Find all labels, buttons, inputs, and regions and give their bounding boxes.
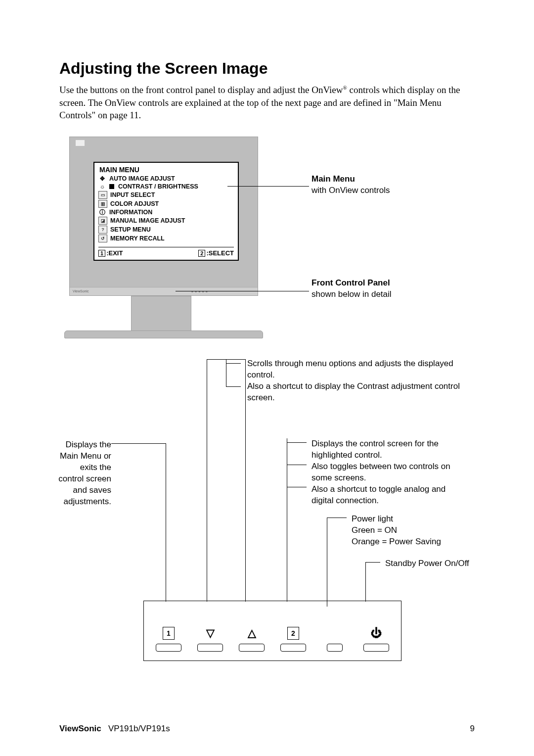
color-icon: ▥ [98,200,107,208]
leader-line [227,186,309,187]
brightness-icon: ☼ [98,183,106,190]
chevron-up-icon: △ [248,627,256,640]
button-power: ⏻ [357,627,396,652]
leader-line [287,465,307,465]
leader-line [111,443,166,444]
osd-item-label: COLOR ADJUST [110,200,159,207]
info-icon: ⓘ [98,209,106,216]
button-key-shape [197,644,223,652]
button2-annotation-l2: Also toggles between two controls on som… [312,461,470,484]
front-panel-annotation-title: Front Control Panel [312,278,392,289]
button1-annotation: Displays the Main Menu or exits the cont… [54,439,111,508]
button-1: 1 [149,627,188,652]
leader-line [176,291,309,291]
monitor-stand-base [64,331,263,338]
leader-line [226,386,241,387]
leader-line [287,487,307,487]
power-light-annotation: Power light Green = ON Orange = Power Sa… [352,514,475,548]
leader-line [327,518,327,607]
button-1-icon: 1 [163,627,175,640]
button-2: 2 [274,627,312,652]
main-menu-annotation-title: Main Menu [312,174,390,185]
leader-line [245,359,246,602]
standby-annotation: Standby Power On/Off [385,558,474,569]
power-icon: ⏻ [371,627,382,640]
button-key-shape [239,644,265,652]
scroll-annotation-line2: Also a shortcut to display the Contrast … [247,381,460,404]
key-2-icon: 2 [198,250,205,257]
power-light-on: Green = ON [352,525,475,536]
button2-annotation-l3: Also a shortcut to toggle analog and dig… [312,484,470,507]
osd-item-label: INFORMATION [109,209,152,216]
setup-icon: ? [98,226,107,234]
bezel-brand: ViewSonic [73,289,89,293]
osd-item-setup-menu: ?SETUP MENU [98,225,234,234]
footer-page-number: 9 [470,724,475,734]
leader-line [365,562,366,602]
button-key-shape [363,644,389,652]
osd-exit-label: :EXIT [106,249,123,257]
footer-model: VP191b/VP191s [108,724,170,733]
button-2-icon: 2 [287,627,299,640]
button-key-shape [280,644,306,652]
osd-item-contrast-brightness: ☼CONTRAST / BRIGHTNESS [98,183,234,190]
osd-item-input-select: ▭INPUT SELECT [98,190,234,199]
osd-item-memory-recall: ↺MEMORY RECALL [98,234,234,243]
osd-item-color-adjust: ▥COLOR ADJUST [98,199,234,208]
osd-item-manual-image-adjust: ◪MANUAL IMAGE ADJUST [98,216,234,225]
osd-item-auto-image-adjust: ✥AUTO IMAGE ADJUST [98,175,234,183]
osd-exit-hint: 1:EXIT [98,249,123,257]
osd-item-label: SETUP MENU [110,226,151,233]
control-panel-diagram: 1 ▽ △ 2 [143,601,401,661]
button-down: ▽ [191,627,229,652]
button2-annotation-l1: Displays the control screen for the high… [312,438,470,461]
osd-indicator-icon [76,140,85,146]
osd-item-label: MEMORY RECALL [110,235,165,242]
osd-title: MAIN MENU [94,163,238,175]
osd-select-label: :SELECT [206,249,234,257]
move-icon: ✥ [98,175,106,182]
monitor-illustration: MAIN MENU ✥AUTO IMAGE ADJUST ☼CONTRAST /… [69,137,258,296]
leader-line [226,363,241,364]
button-up: △ [232,627,271,652]
front-panel-annotation-sub: shown below in detail [312,289,392,300]
osd-item-label: AUTO IMAGE ADJUST [109,175,175,182]
osd-main-menu: MAIN MENU ✥AUTO IMAGE ADJUST ☼CONTRAST /… [93,162,239,261]
registered-mark: ® [343,85,347,91]
key-1-icon: 1 [98,250,105,257]
leader-line [226,359,226,386]
osd-item-label: MANUAL IMAGE ADJUST [110,217,185,224]
button-key-shape [156,644,181,652]
osd-item-list: ✥AUTO IMAGE ADJUST ☼CONTRAST / BRIGHTNES… [94,175,238,245]
scroll-annotation: Scrolls through menu options and adjusts… [247,358,460,404]
chevron-down-icon: ▽ [206,627,215,640]
leader-line [287,442,307,443]
button1-annotation-text: Displays the Main Menu or exits the cont… [54,439,111,508]
osd-select-hint: 2:SELECT [198,249,234,257]
osd-item-information: ⓘINFORMATION [98,208,234,216]
footer-brand: ViewSonic [59,724,101,733]
scroll-annotation-line1: Scrolls through menu options and adjusts… [247,358,460,381]
intro-part1: Use the buttons on the front control pan… [59,85,343,95]
front-panel-annotation: Front Control Panel shown below in detai… [312,278,392,300]
leader-line [327,518,347,518]
contrast-icon [109,184,114,189]
input-icon: ▭ [98,191,107,199]
leader-line [287,438,287,602]
led-shape [327,644,343,652]
page-footer: ViewSonic VP191b/VP191s 9 [59,724,475,734]
osd-item-label: INPUT SELECT [110,191,155,198]
leader-line [365,562,380,563]
power-light-title: Power light [352,514,475,525]
power-led-indicator [315,627,354,652]
leader-line [166,443,166,602]
leader-line [207,359,207,602]
main-menu-annotation-sub: with OnView controls [312,185,390,196]
page-heading: Adjusting the Screen Image [59,59,475,78]
button2-annotation: Displays the control screen for the high… [312,438,470,507]
osd-bottom-bar: 1:EXIT 2:SELECT [94,247,238,260]
power-light-saving: Orange = Power Saving [352,536,475,548]
intro-paragraph: Use the buttons on the front control pan… [59,84,475,122]
recall-icon: ↺ [98,235,107,242]
standby-annotation-text: Standby Power On/Off [385,558,474,569]
